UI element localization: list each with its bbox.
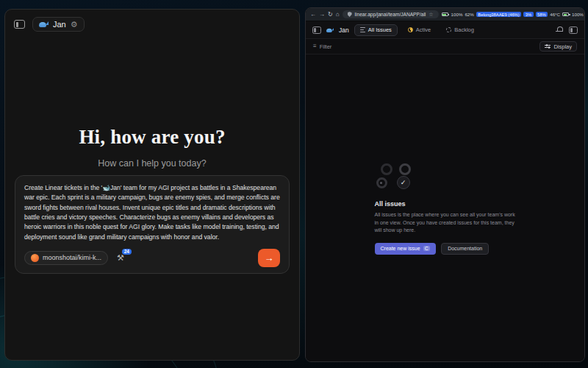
model-selector[interactable]: moonshotai/kimi-k...: [24, 251, 108, 265]
filter-button[interactable]: ≡ Filter: [313, 43, 331, 50]
battery-icon-2: [562, 13, 569, 16]
notifications-bell-icon[interactable]: [556, 26, 562, 33]
send-button[interactable]: →: [258, 249, 280, 267]
url-text: linear.app/janai/team/JANAPP/all: [355, 12, 426, 17]
team-name: Jan: [339, 26, 349, 34]
check-glyph: ✓: [401, 179, 406, 186]
filter-icon: ≡: [313, 43, 317, 49]
assistant-selector[interactable]: Jan ⚙: [32, 17, 85, 32]
tab-label: Active: [416, 26, 431, 33]
send-arrow-icon: →: [265, 252, 274, 263]
jan-chat-window: Jan ⚙ Hi, how are you? How can I help yo…: [4, 9, 300, 361]
composer-toolbar: moonshotai/kimi-k... ⚒ 24 →: [24, 249, 280, 267]
ring-icon: [399, 163, 411, 175]
tools-button[interactable]: ⚒ 24: [117, 254, 124, 262]
greeting-block: Hi, how are you? How can I help you toda…: [5, 126, 299, 169]
home-icon[interactable]: ⌂: [336, 12, 340, 18]
browser-window: ← → ↻ ⌂ linear.app/janai/team/JANAPP/all…: [305, 7, 585, 362]
create-button-label: Create new issue: [381, 246, 420, 251]
battery-percent-2: 100%: [572, 12, 584, 17]
download-badge[interactable]: 3%: [523, 12, 533, 17]
linear-header: Jan All Issues Active Backlog: [306, 21, 584, 39]
ring-icon: [381, 163, 392, 175]
right-panel-toggle-icon[interactable]: [569, 26, 578, 34]
memory-badge[interactable]: 58%: [536, 12, 548, 17]
address-bar[interactable]: linear.app/janai/team/JANAPP/all ☆: [343, 10, 439, 18]
display-button[interactable]: Display: [539, 41, 577, 52]
greeting-title: Hi, how are you?: [5, 126, 299, 149]
tab-label: Backlog: [454, 26, 474, 33]
desktop-wallpaper: Jan ⚙ Hi, how are you? How can I help yo…: [0, 0, 588, 368]
security-shield-icon: [348, 12, 352, 17]
system-status-tray: 100% 62% Belong38AAE9 (46%) 3% 58% 46°C …: [442, 12, 585, 17]
create-new-issue-button[interactable]: Create new issue C: [375, 243, 437, 255]
battery-icon: [442, 13, 448, 16]
prompt-input-text[interactable]: Create Linear tickets in the '🐋Jan' team…: [24, 183, 280, 242]
tab-label: All Issues: [368, 26, 392, 33]
backlog-icon: [446, 27, 451, 32]
assistant-name: Jan: [53, 20, 66, 29]
browser-chrome-bar: ← → ↻ ⌂ linear.app/janai/team/JANAPP/all…: [306, 8, 584, 21]
documentation-label: Documentation: [448, 246, 482, 251]
linear-header-actions: [556, 26, 578, 34]
chat-header: Jan ⚙: [5, 10, 299, 39]
volume-percent: 62%: [465, 12, 473, 17]
battery-percent: 100%: [451, 12, 463, 17]
tools-count-badge: 24: [122, 249, 132, 255]
filter-toolbar: ≡ Filter Display: [306, 39, 584, 54]
back-icon[interactable]: ←: [310, 12, 316, 18]
empty-state-title: All issues: [375, 200, 516, 208]
filter-label: Filter: [320, 43, 332, 50]
wifi-badge[interactable]: Belong38AAE9 (46%): [476, 12, 521, 17]
temperature-readout: 46°C: [550, 12, 560, 17]
check-circle-icon: ✓: [397, 176, 410, 189]
gear-icon[interactable]: ⚙: [71, 21, 78, 29]
sidebar-toggle-icon[interactable]: [14, 20, 25, 29]
greeting-subtitle: How can I help you today?: [5, 158, 299, 169]
reload-icon[interactable]: ↻: [328, 12, 333, 18]
in-progress-icon: [408, 27, 413, 32]
empty-state-actions: Create new issue C Documentation: [375, 243, 516, 255]
linear-sidebar-toggle-icon[interactable]: [312, 26, 321, 34]
bookmark-star-icon[interactable]: ☆: [429, 12, 433, 18]
ring-icon: [376, 177, 387, 188]
message-composer[interactable]: Create Linear tickets in the '🐋Jan' team…: [15, 175, 290, 274]
all-issues-icon: [360, 27, 365, 32]
issues-illustration: ✓: [376, 163, 422, 191]
documentation-button[interactable]: Documentation: [441, 243, 489, 255]
whale-emoji-icon: [326, 27, 334, 33]
display-label: Display: [553, 43, 572, 50]
shortcut-key-badge: C: [423, 246, 431, 251]
empty-state: ✓ All issues All issues is the place whe…: [375, 163, 516, 255]
whale-emoji-icon: [39, 21, 49, 28]
issues-list-area: ✓ All issues All issues is the place whe…: [306, 54, 584, 361]
model-name: moonshotai/kimi-k...: [43, 254, 101, 261]
display-sliders-icon: [545, 44, 551, 49]
tab-all-issues[interactable]: All Issues: [354, 24, 398, 36]
linear-team-label: Jan: [326, 26, 349, 34]
empty-state-description: All issues is the place where you can se…: [375, 211, 516, 235]
model-provider-icon: [31, 254, 39, 262]
forward-icon[interactable]: →: [319, 12, 325, 18]
tab-active[interactable]: Active: [403, 25, 436, 35]
tab-backlog[interactable]: Backlog: [441, 25, 479, 35]
